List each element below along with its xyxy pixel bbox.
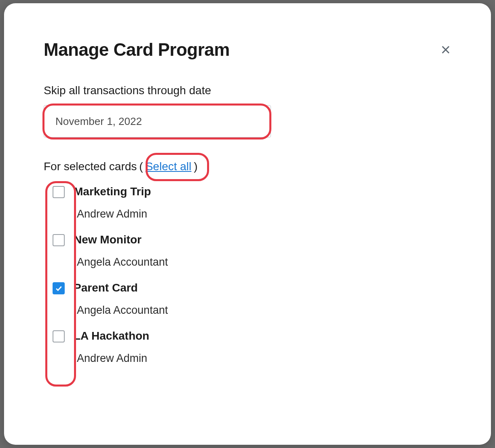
modal-header: Manage Card Program xyxy=(44,40,455,60)
card-checkbox-marketing-trip[interactable] xyxy=(53,186,65,198)
card-owner: Andrew Admin xyxy=(74,208,151,220)
card-info: Parent Card Angela Accountant xyxy=(74,281,168,317)
card-owner: Angela Accountant xyxy=(74,304,168,317)
card-checkbox-la-hackathon[interactable] xyxy=(53,330,65,342)
card-item: LA Hackathon Andrew Admin xyxy=(53,330,455,365)
date-input-wrapper xyxy=(44,105,271,137)
check-icon xyxy=(55,284,63,292)
card-owner: Angela Accountant xyxy=(74,256,168,268)
card-info: Marketing Trip Andrew Admin xyxy=(74,185,151,220)
card-name: Marketing Trip xyxy=(74,185,151,198)
card-owner: Andrew Admin xyxy=(74,352,149,365)
cards-list: Marketing Trip Andrew Admin New Monitor … xyxy=(44,185,455,365)
card-item: Marketing Trip Andrew Admin xyxy=(53,185,455,220)
close-button[interactable] xyxy=(437,41,455,59)
card-checkbox-new-monitor[interactable] xyxy=(53,234,65,246)
modal-title: Manage Card Program xyxy=(44,40,230,60)
card-name: New Monitor xyxy=(74,233,168,246)
cards-label-text: For selected cards xyxy=(44,160,137,173)
card-item: Parent Card Angela Accountant xyxy=(53,281,455,317)
select-all-link[interactable]: Select all xyxy=(146,160,192,173)
manage-card-program-modal: Manage Card Program Skip all transaction… xyxy=(4,3,491,445)
close-icon xyxy=(440,44,451,55)
card-name: LA Hackathon xyxy=(74,330,149,342)
date-field-label: Skip all transactions through date xyxy=(44,84,455,97)
open-paren: ( xyxy=(139,160,143,173)
card-info: LA Hackathon Andrew Admin xyxy=(74,330,149,365)
card-info: New Monitor Angela Accountant xyxy=(74,233,168,268)
close-paren: ) xyxy=(194,160,197,173)
cards-label-row: For selected cards ( Select all ) xyxy=(44,160,455,173)
card-item: New Monitor Angela Accountant xyxy=(53,233,455,268)
card-name: Parent Card xyxy=(74,281,168,294)
skip-date-input[interactable] xyxy=(44,105,271,137)
card-checkbox-parent-card[interactable] xyxy=(53,282,65,294)
